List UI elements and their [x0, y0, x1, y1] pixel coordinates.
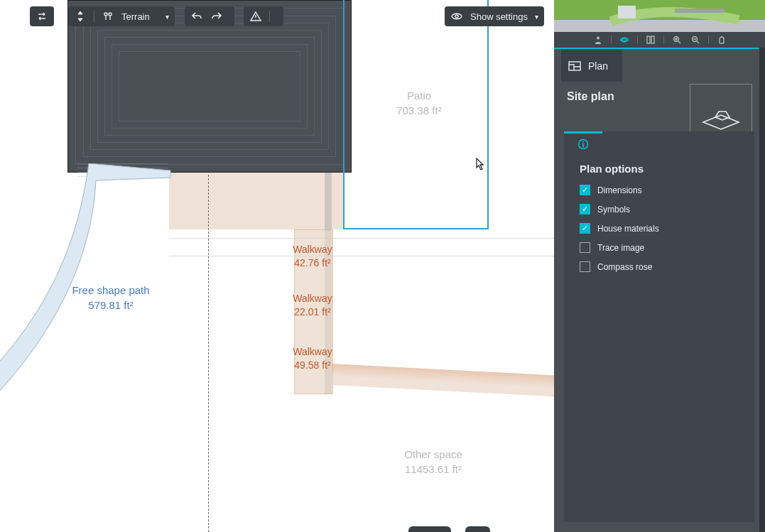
preview-toolbar	[554, 32, 765, 48]
option-symbols[interactable]: ✓Symbols	[580, 204, 744, 215]
option-label: Dimensions	[597, 185, 642, 195]
site-plan-title: Site plan	[554, 82, 614, 103]
vertical-drag-icon	[74, 10, 87, 23]
show-settings-label: Show settings	[470, 11, 528, 22]
option-label: Symbols	[597, 205, 630, 215]
mode-label: Terrain	[121, 11, 150, 22]
svg-point-2	[455, 15, 458, 18]
boundary-line	[169, 238, 554, 256]
right-panel: Plan Site plan Plan options ✓Dimensions✓…	[554, 0, 765, 532]
show-settings-dropdown[interactable]: Show settings ▾	[445, 6, 544, 26]
option-trace-image[interactable]: Trace image	[580, 242, 744, 253]
checkbox[interactable]	[580, 242, 590, 253]
swap-view-button[interactable]	[30, 6, 54, 26]
plan-icon	[568, 61, 581, 71]
checkbox[interactable]: ✓	[580, 185, 590, 195]
plan-options-title: Plan options	[580, 163, 744, 175]
svg-rect-11	[651, 36, 654, 43]
free-shape-path-label: Free shape path 579.81 ft²	[40, 284, 182, 311]
svg-point-1	[109, 13, 112, 16]
plan-tab-row: Plan	[554, 48, 765, 82]
orbit-view-icon[interactable]	[619, 34, 630, 45]
warning-triangle-icon	[249, 10, 262, 23]
redo-button[interactable]	[210, 10, 223, 23]
checkbox[interactable]: ✓	[580, 204, 590, 215]
lock-view-icon[interactable]	[716, 34, 727, 45]
preview-3d[interactable]	[554, 0, 765, 32]
walkway-label-2: Walkway 22.01 ft²	[284, 293, 341, 317]
undo-button[interactable]	[190, 10, 203, 23]
option-label: Compass rose	[597, 262, 652, 272]
eye-icon	[450, 10, 463, 23]
bottom-pill-2[interactable]	[465, 526, 490, 532]
patio-label: Patio 703.38 ft²	[384, 89, 455, 116]
svg-rect-5	[618, 6, 636, 18]
zoom-out-icon[interactable]	[690, 34, 701, 45]
zoom-in-icon[interactable]	[671, 34, 683, 45]
other-space-label: Other space 11453.61 ft²	[362, 448, 504, 475]
info-icon	[577, 139, 589, 150]
warnings-button[interactable]	[244, 6, 283, 26]
align-view-icon[interactable]	[645, 34, 656, 45]
terrain-pin-icon	[102, 10, 114, 23]
plan-tab-label: Plan	[588, 60, 608, 72]
checkbox[interactable]	[580, 261, 590, 272]
mode-dropdown[interactable]: Terrain ▾	[68, 6, 175, 26]
undo-redo-group	[185, 6, 234, 26]
svg-point-7	[597, 37, 599, 40]
chevron-down-icon: ▾	[166, 13, 169, 21]
svg-rect-10	[647, 36, 650, 43]
plan-options-info-tab[interactable]	[564, 131, 602, 154]
option-dimensions[interactable]: ✓Dimensions	[580, 185, 744, 195]
walkway-label-3: Walkway 49.58 ft²	[284, 346, 341, 371]
option-label: Trace image	[597, 243, 644, 253]
plan-options-panel: Plan options ✓Dimensions✓Symbols✓House m…	[564, 131, 754, 522]
dashed-guide	[208, 175, 209, 532]
bottom-pill-1[interactable]	[408, 526, 451, 532]
svg-point-0	[104, 13, 107, 16]
plan-canvas[interactable]: Patio 703.38 ft² Walkway 42.76 ft² Walkw…	[0, 0, 554, 532]
chevron-down-icon: ▾	[535, 13, 538, 21]
svg-rect-14	[569, 62, 580, 70]
swap-icon	[36, 10, 48, 23]
free-shape-path[interactable]	[0, 163, 199, 398]
option-label: House materials	[597, 224, 659, 234]
person-view-icon[interactable]	[592, 34, 604, 45]
pointer-cursor-icon	[474, 158, 485, 175]
option-compass-rose[interactable]: Compass rose	[580, 261, 744, 272]
svg-rect-6	[675, 9, 725, 13]
checkbox[interactable]: ✓	[580, 223, 590, 234]
walkway-label-1: Walkway 42.76 ft²	[284, 244, 341, 268]
svg-point-9	[620, 38, 628, 41]
right-scrollbar[interactable]	[759, 48, 765, 532]
plan-tab[interactable]: Plan	[561, 49, 622, 83]
option-house-materials[interactable]: ✓House materials	[580, 223, 744, 234]
walkway-band[interactable]	[332, 364, 554, 396]
